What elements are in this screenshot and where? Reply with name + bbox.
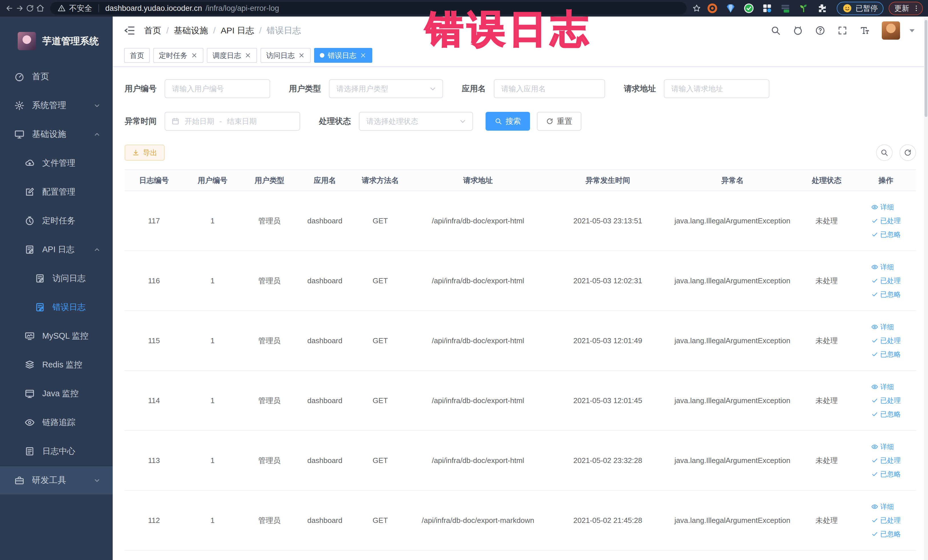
mark-ignored-link[interactable]: 已忽略: [871, 230, 901, 239]
collapse-sidebar-button[interactable]: [124, 24, 136, 37]
export-button[interactable]: 导出: [125, 145, 165, 160]
detail-link[interactable]: 详细: [871, 502, 894, 511]
github-icon[interactable]: [793, 25, 803, 36]
scrollbar-thumb[interactable]: [925, 20, 927, 117]
cell-method: GET: [353, 251, 408, 311]
close-tag-icon[interactable]: [360, 52, 366, 59]
detail-link[interactable]: 详细: [871, 442, 894, 451]
user-id-label: 用户编号: [125, 83, 157, 94]
column-header: 用户类型: [242, 170, 297, 191]
verified-green-icon[interactable]: [744, 3, 754, 14]
tag-view-item[interactable]: 首页: [124, 48, 150, 63]
docs-help-icon[interactable]: [815, 25, 825, 36]
profile-chip[interactable]: 已暂停: [837, 2, 884, 15]
mark-processed-link[interactable]: 已处理: [871, 456, 901, 465]
sidebar-item[interactable]: 系统管理: [0, 91, 113, 120]
sprout-icon[interactable]: [798, 3, 809, 14]
mark-ignored-link[interactable]: 已忽略: [871, 410, 901, 419]
extensions-puzzle-icon[interactable]: [817, 3, 827, 14]
tag-view-item[interactable]: 访问日志: [261, 48, 311, 63]
sidebar-item[interactable]: 基础设施: [0, 120, 113, 149]
window-scrollbar[interactable]: [924, 17, 928, 560]
search-button[interactable]: 搜索: [485, 112, 530, 131]
export-button-label: 导出: [143, 148, 157, 157]
close-tag-icon[interactable]: [244, 52, 251, 59]
sidebar-item[interactable]: 研发工具: [0, 465, 113, 494]
sidebar-item[interactable]: Redis 监控: [0, 350, 113, 379]
toggle-search-button[interactable]: [876, 144, 893, 161]
mark-ignored-link[interactable]: 已忽略: [871, 529, 901, 539]
avatar-caret-icon[interactable]: [907, 25, 917, 36]
detail-link[interactable]: 详细: [871, 382, 894, 391]
sidebar-item-label: 基础设施: [32, 128, 66, 140]
kebab-menu-icon[interactable]: [913, 5, 920, 12]
sidebar-item[interactable]: MySQL 监控: [0, 322, 113, 350]
user-type-select[interactable]: 请选择用户类型: [329, 79, 443, 98]
sidebar-item[interactable]: 文件管理: [0, 149, 113, 177]
tag-view-item[interactable]: 错误日志: [314, 48, 372, 63]
proxy-shield-icon[interactable]: [725, 3, 736, 14]
mark-processed-link[interactable]: 已处理: [871, 276, 901, 285]
tag-view-item[interactable]: 定时任务: [153, 48, 203, 63]
mark-processed-link[interactable]: 已处理: [871, 216, 901, 225]
cell-user_id: 1: [183, 430, 242, 490]
browser-back-button[interactable]: [5, 4, 14, 12]
mark-processed-link[interactable]: 已处理: [871, 516, 901, 525]
sidebar-item[interactable]: 访问日志: [0, 264, 113, 293]
browser-forward-button[interactable]: [15, 4, 24, 12]
sidebar-item[interactable]: 配置管理: [0, 177, 113, 206]
security-label[interactable]: 不安全: [69, 3, 92, 14]
mark-ignored-link[interactable]: 已忽略: [871, 290, 901, 299]
app-name-input[interactable]: [494, 79, 605, 98]
profile-status-label: 已暂停: [856, 3, 878, 14]
process-status-select[interactable]: 请选择处理状态: [359, 112, 473, 131]
header-search-icon[interactable]: [771, 25, 781, 36]
omnibox[interactable]: 不安全 dashboard.yudao.iocoder.cn /infra/lo…: [50, 2, 687, 15]
browser-reload-button[interactable]: [26, 4, 34, 12]
browser-update-button[interactable]: 更新: [888, 2, 923, 15]
sidebar-item[interactable]: 首页: [0, 62, 113, 91]
sidebar-item[interactable]: 链路追踪: [0, 408, 113, 437]
sidebar-item[interactable]: 定时任务: [0, 206, 113, 235]
tag-view-item[interactable]: 调度日志: [207, 48, 257, 63]
avatar[interactable]: [882, 21, 900, 40]
mark-processed-link[interactable]: 已处理: [871, 336, 901, 345]
breadcrumb-item: 错误日志: [267, 25, 301, 37]
breadcrumb-item[interactable]: 基础设施: [174, 25, 208, 37]
breadcrumb-item[interactable]: API 日志: [221, 25, 254, 37]
sidebar-item[interactable]: Java 监控: [0, 379, 113, 408]
bookmark-star-icon[interactable]: [692, 4, 701, 12]
date-range-picker[interactable]: 开始日期 - 结束日期: [165, 112, 300, 131]
mark-ignored-link[interactable]: 已忽略: [871, 350, 901, 359]
adguard-icon[interactable]: [707, 3, 717, 14]
sidebar-item[interactable]: 日志中心: [0, 437, 113, 465]
tags-view-bar: 首页定时任务调度日志访问日志错误日志: [113, 44, 928, 67]
cell-method: GET: [353, 191, 408, 251]
browser-home-button[interactable]: [36, 4, 44, 12]
chevron-down-icon: [93, 102, 101, 109]
fullscreen-icon[interactable]: [837, 25, 847, 36]
request-url-input[interactable]: [664, 79, 769, 98]
cell-request_url: /api/infra/db-doc/export-html: [408, 430, 548, 490]
breadcrumb-separator: /: [213, 26, 215, 35]
refresh-table-button[interactable]: [899, 144, 916, 161]
close-tag-icon[interactable]: [298, 52, 305, 59]
sidebar-logo-row[interactable]: 芋道管理系统: [0, 17, 113, 58]
action-label: 详细: [881, 322, 894, 331]
sidebar-item[interactable]: API 日志: [0, 235, 113, 264]
detail-link[interactable]: 详细: [871, 262, 894, 272]
close-tag-icon[interactable]: [191, 52, 198, 59]
tab-grid-icon[interactable]: [762, 3, 772, 14]
font-size-icon[interactable]: [859, 25, 870, 36]
breadcrumb-item[interactable]: 首页: [144, 25, 161, 37]
sidebar-item[interactable]: 错误日志: [0, 293, 113, 322]
mark-processed-link[interactable]: 已处理: [871, 396, 901, 405]
table-row: 1151管理员dashboardGET/api/infra/db-doc/exp…: [125, 311, 916, 371]
detail-link[interactable]: 详细: [871, 203, 894, 212]
reset-button[interactable]: 重置: [537, 112, 582, 131]
cell-method: GET: [353, 430, 408, 490]
detail-link[interactable]: 详细: [871, 322, 894, 331]
user-id-input[interactable]: [165, 79, 270, 98]
mark-ignored-link[interactable]: 已忽略: [871, 470, 901, 479]
switch-on-icon[interactable]: [780, 3, 791, 14]
